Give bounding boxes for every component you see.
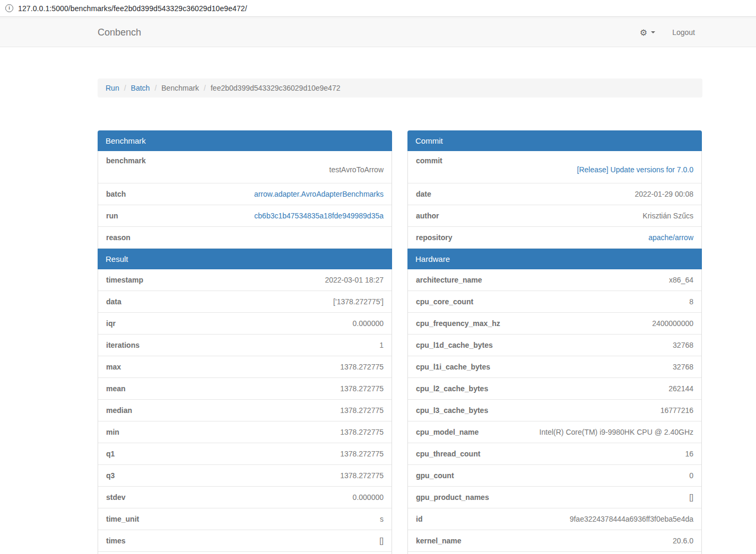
panel-title: Result xyxy=(98,249,392,269)
breadcrumb-separator: / xyxy=(119,84,131,92)
row-value-link[interactable]: apache/arrow xyxy=(648,233,693,242)
row-value-link[interactable]: [Release] Update versions for 7.0.0 xyxy=(416,165,693,174)
row-label: cpu_l3_cache_bytes xyxy=(416,406,488,415)
row-label: cpu_model_name xyxy=(416,428,479,436)
row-value-link[interactable]: arrow.adapter.AvroAdapterBenchmarks xyxy=(254,190,384,198)
table-row: authorKrisztián Szűcs xyxy=(408,205,701,227)
row-label: q3 xyxy=(106,471,115,480)
row-value: 32768 xyxy=(673,341,693,349)
table-row: timestamp2022-03-01 18:27 xyxy=(98,269,392,291)
panel-commit: Commitcommit[Release] Update versions fo… xyxy=(407,130,702,249)
row-label: time_unit xyxy=(106,515,139,523)
row-value: [] xyxy=(689,493,693,502)
table-row: min1378.272775 xyxy=(98,421,392,443)
panel-title: Commit xyxy=(407,130,702,151)
row-label: cpu_thread_count xyxy=(416,450,480,458)
row-label: commit xyxy=(416,156,693,165)
table-row: gpu_product_names[] xyxy=(408,487,701,508)
breadcrumb-item-run[interactable]: Run xyxy=(106,84,119,92)
row-label: times xyxy=(106,537,126,545)
url-text[interactable]: 127.0.0.1:5000/benchmarks/fee2b0d399d543… xyxy=(18,4,247,13)
table-row: cpu_l1i_cache_bytes32768 xyxy=(408,356,701,378)
row-value: 1378.272775 xyxy=(340,450,384,458)
table-row: benchmarktestAvroToArrow xyxy=(98,151,392,183)
table-row: cpu_l1d_cache_bytes32768 xyxy=(408,335,701,356)
panel-result: Resulttimestamp2022-03-01 18:27data['137… xyxy=(98,249,392,552)
table-row: cpu_core_count8 xyxy=(408,291,701,313)
table-row: cpu_model_nameIntel(R) Core(TM) i9-9980H… xyxy=(408,421,701,443)
breadcrumb: Run/Batch/Benchmark/fee2b0d399d543329c36… xyxy=(98,78,702,98)
table-row: id9fae3224378444a6936ff3f0eba5e4da xyxy=(408,508,701,530)
row-value: 2022-03-01 18:27 xyxy=(325,276,384,284)
row-label: cpu_l1i_cache_bytes xyxy=(416,363,490,371)
row-label: gpu_count xyxy=(416,471,454,480)
row-label: gpu_product_names xyxy=(416,493,489,502)
table-continuation xyxy=(98,552,392,554)
browser-address-bar[interactable]: 127.0.0.1:5000/benchmarks/fee2b0d399d543… xyxy=(0,0,756,17)
row-value: x86_64 xyxy=(669,276,693,284)
panel-rows: architecture_namex86_64cpu_core_count8cp… xyxy=(407,269,702,552)
row-value: 16 xyxy=(685,450,693,458)
row-label: id xyxy=(416,515,422,523)
row-label: mean xyxy=(106,384,126,393)
row-value: 8 xyxy=(689,297,693,306)
left-column: BenchmarkbenchmarktestAvroToArrowbatchar… xyxy=(98,130,392,554)
table-continuation xyxy=(407,552,702,554)
panel-title: Benchmark xyxy=(98,130,392,151)
row-label: cpu_l2_cache_bytes xyxy=(416,384,488,393)
gear-icon: ⚙ xyxy=(640,28,647,38)
row-value: Intel(R) Core(TM) i9-9980HK CPU @ 2.40GH… xyxy=(540,428,693,436)
row-label: architecture_name xyxy=(416,276,482,284)
settings-dropdown[interactable]: ⚙ xyxy=(640,28,655,38)
navbar-brand[interactable]: Conbench xyxy=(98,18,141,47)
table-row: batcharrow.adapter.AvroAdapterBenchmarks xyxy=(98,183,392,205)
row-value-link[interactable]: cb6b3c1b47534835a18fde949989d35a xyxy=(254,212,384,220)
row-value: s xyxy=(380,515,384,523)
row-label: cpu_l1d_cache_bytes xyxy=(416,341,493,349)
row-value: [] xyxy=(379,537,384,545)
table-row: time_units xyxy=(98,508,392,530)
table-row: q11378.272775 xyxy=(98,443,392,465)
table-row: iterations1 xyxy=(98,335,392,356)
row-label: run xyxy=(106,212,118,220)
table-row: cpu_thread_count16 xyxy=(408,443,701,465)
right-column: Commitcommit[Release] Update versions fo… xyxy=(407,130,702,554)
table-row: median1378.272775 xyxy=(98,400,392,421)
row-value: 2400000000 xyxy=(652,319,693,328)
row-value: 20.6.0 xyxy=(673,537,693,545)
row-label: author xyxy=(416,212,439,220)
row-label: timestamp xyxy=(106,276,143,284)
logout-link[interactable]: Logout xyxy=(672,28,695,37)
table-row: mean1378.272775 xyxy=(98,378,392,400)
table-row: reason xyxy=(98,227,392,249)
info-circle-icon[interactable] xyxy=(5,4,13,12)
row-value: ['1378.272775'] xyxy=(333,297,384,306)
row-value: 9fae3224378444a6936ff3f0eba5e4da xyxy=(570,515,693,523)
table-row: commit[Release] Update versions for 7.0.… xyxy=(408,151,701,183)
row-label: date xyxy=(416,190,431,198)
row-label: iqr xyxy=(106,319,116,328)
breadcrumb-item-batch[interactable]: Batch xyxy=(131,84,150,92)
table-row: stdev0.000000 xyxy=(98,487,392,508)
table-row: q31378.272775 xyxy=(98,465,392,487)
row-value: 1378.272775 xyxy=(340,428,384,436)
table-row: times[] xyxy=(98,530,392,552)
row-value: 2022-01-29 00:08 xyxy=(635,190,693,198)
panel-hardware: Hardwarearchitecture_namex86_64cpu_core_… xyxy=(407,249,702,552)
row-value: 1378.272775 xyxy=(340,384,384,393)
table-row: iqr0.000000 xyxy=(98,313,392,335)
row-label: q1 xyxy=(106,450,115,458)
row-value: 262144 xyxy=(668,384,693,393)
row-label: max xyxy=(106,363,121,371)
row-label: kernel_name xyxy=(416,537,462,545)
table-row: runcb6b3c1b47534835a18fde949989d35a xyxy=(98,205,392,227)
row-value: Krisztián Szűcs xyxy=(642,212,693,220)
panel-benchmark: BenchmarkbenchmarktestAvroToArrowbatchar… xyxy=(98,130,392,249)
panel-rows: timestamp2022-03-01 18:27data['1378.2727… xyxy=(98,269,392,552)
table-row: max1378.272775 xyxy=(98,356,392,378)
row-label: repository xyxy=(416,233,452,242)
breadcrumb-separator: / xyxy=(150,84,161,92)
panel-rows: benchmarktestAvroToArrowbatcharrow.adapt… xyxy=(98,151,392,249)
table-row: kernel_name20.6.0 xyxy=(408,530,701,552)
row-label: median xyxy=(106,406,132,415)
